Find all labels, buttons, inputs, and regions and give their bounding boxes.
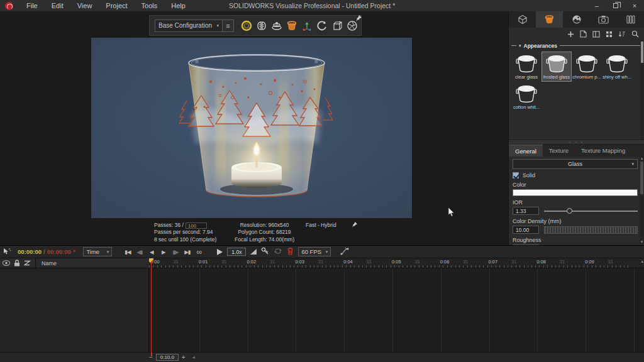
timeline-panel: 00:00:00 / 00:00:00 + Time ▾ ▮◀ ◀▮ ◀ ▶ ▮… — [0, 245, 644, 362]
tab-general[interactable]: General — [509, 145, 543, 156]
timeline-zoom-in-button[interactable]: + — [182, 354, 186, 361]
color-swatch[interactable] — [513, 189, 638, 196]
skip-to-start-button[interactable]: ▮◀ — [122, 247, 133, 257]
app-logo-icon — [5, 2, 13, 10]
lock-icon[interactable] — [13, 260, 21, 266]
pin-icon[interactable] — [355, 13, 362, 25]
menu-project[interactable]: Project — [99, 0, 134, 11]
menu-view[interactable]: View — [70, 0, 99, 11]
playhead-footer-tick — [151, 353, 152, 356]
track-list-header: Name — [0, 258, 149, 268]
split-view-icon[interactable] — [592, 31, 600, 38]
add-appearance-icon[interactable] — [567, 31, 574, 38]
material-type-select[interactable]: Glass ▾ — [513, 159, 638, 169]
auto-key-loop-icon[interactable] — [274, 248, 282, 256]
appearances-header[interactable]: ▾ Appearances — [511, 41, 641, 50]
tab-environments[interactable] — [563, 11, 590, 28]
sort-icon[interactable] — [618, 31, 626, 38]
material-properties: General Texture Texture Mapping Glass ▾ … — [509, 145, 644, 244]
next-frame-button[interactable]: ▮▶ — [170, 247, 180, 257]
keyframe-key-icon[interactable] — [261, 247, 269, 256]
appearances-palette: ▾ Appearances clear glass frosted glass … — [509, 40, 644, 140]
render-mode-icon[interactable] — [239, 18, 254, 34]
tab-appearances[interactable] — [536, 11, 563, 28]
zigzag-filter-icon[interactable] — [23, 260, 31, 266]
material-type-label: Glass — [568, 161, 582, 167]
playback-ramp-icon[interactable] — [217, 249, 223, 255]
configuration-select[interactable]: Base Configuration ▾ — [155, 19, 223, 32]
tab-texture[interactable]: Texture — [543, 145, 575, 156]
curve-editor-icon[interactable] — [340, 247, 349, 256]
tab-models[interactable] — [509, 11, 536, 28]
appearance-chromium[interactable]: chromium p... — [572, 52, 602, 82]
appearance-cotton-white[interactable]: cotton whit... — [511, 82, 541, 112]
timeline-tracks — [0, 268, 644, 352]
appearance-label: chromium p... — [572, 74, 601, 80]
ease-curve-icon[interactable] — [250, 249, 257, 255]
focal-length: Focal Length: 74.00(mm) — [223, 236, 306, 243]
solid-checkbox[interactable] — [513, 172, 519, 178]
rotate-tool-icon[interactable] — [314, 18, 330, 34]
ior-value-input[interactable]: 1.33 — [513, 207, 539, 215]
column-divider — [35, 258, 36, 268]
select-tool-icon[interactable] — [3, 247, 11, 257]
move-tool-icon[interactable] — [299, 18, 314, 34]
restore-button[interactable] — [606, 0, 625, 11]
main-area: Base Configuration ▾ ≡ — [0, 11, 644, 245]
appearances-icon[interactable] — [284, 18, 299, 34]
tab-films[interactable] — [617, 11, 644, 28]
transform-tool-icon[interactable] — [330, 18, 345, 34]
skip-to-end-button[interactable]: ▶▮ — [182, 247, 192, 257]
properties-scrollbar[interactable]: ▲ ▼ — [640, 156, 644, 244]
scroll-up-icon[interactable]: ▲ — [640, 156, 644, 160]
appearances-scrollbar[interactable] — [640, 40, 644, 140]
menu-edit[interactable]: Edit — [45, 0, 70, 11]
environment-icon[interactable] — [269, 18, 284, 34]
previous-frame-button[interactable]: ◀▮ — [134, 247, 145, 257]
render-viewport[interactable] — [91, 38, 412, 218]
passes-label: Passes: 36 / — [154, 222, 184, 229]
denoiser-icon[interactable] — [254, 18, 269, 34]
total-time: 00:00:00 — [47, 248, 71, 255]
import-icon[interactable] — [580, 30, 587, 38]
stats-scene-column: Resolution: 960x540 Polygon Count: 68219… — [223, 220, 306, 243]
timeline-ruler[interactable]: 0:0031 0:0131 0:0231 0:0331 0:0431 0:053… — [149, 258, 644, 268]
play-backward-button[interactable]: ◀ — [146, 247, 157, 257]
passes-limit-input[interactable]: 100 — [186, 222, 207, 229]
timeline-zoom-value[interactable]: 0:10.0 — [156, 354, 179, 361]
pin-icon[interactable] — [351, 221, 358, 230]
menu-tools[interactable]: Tools — [135, 0, 165, 11]
color-density-slider[interactable] — [544, 226, 638, 234]
scroll-down-icon[interactable]: ▼ — [640, 240, 644, 244]
delete-keyframe-icon[interactable] — [287, 247, 294, 256]
thumbnail-size-icon[interactable] — [606, 31, 613, 38]
ior-slider[interactable] — [544, 207, 638, 215]
appearance-frosted-glass[interactable]: frosted glass — [541, 52, 572, 82]
panel-splitter[interactable]: · · · — [509, 140, 644, 145]
appearance-clear-glass[interactable]: clear glass — [511, 52, 541, 82]
play-button[interactable]: ▶ — [158, 247, 169, 257]
playback-speed-input[interactable]: 1.0x — [227, 248, 246, 256]
ruler-scroll-up-icon[interactable]: ▴ — [641, 259, 643, 264]
close-button[interactable]: × — [625, 0, 644, 11]
configuration-menu-button[interactable]: ≡ — [223, 19, 234, 32]
menu-file[interactable]: File — [19, 0, 45, 11]
appearance-shiny-off-white[interactable]: shiny off wh... — [602, 52, 632, 82]
appearance-label: shiny off wh... — [602, 74, 631, 80]
menu-help[interactable]: Help — [164, 0, 192, 11]
color-density-input[interactable]: 10.00 — [513, 226, 539, 234]
tab-cameras[interactable] — [590, 11, 617, 28]
search-icon[interactable] — [631, 30, 639, 38]
visibility-eye-icon[interactable] — [2, 260, 10, 266]
time-mode-select[interactable]: Time ▾ — [83, 247, 112, 256]
appearances-grid: clear glass frosted glass chromium p... … — [511, 52, 641, 112]
minimize-button[interactable]: – — [587, 0, 606, 11]
loop-playback-button[interactable]: ∞ — [194, 247, 204, 257]
restore-icon — [613, 3, 618, 8]
fps-select[interactable]: 60 FPS ▾ — [298, 247, 331, 256]
scroll-left-icon[interactable]: ◂ — [192, 354, 195, 360]
playhead[interactable] — [151, 258, 152, 353]
tab-texture-mapping[interactable]: Texture Mapping — [575, 145, 631, 156]
time-mode-label: Time — [86, 248, 99, 255]
property-tabs: General Texture Texture Mapping — [509, 145, 644, 156]
